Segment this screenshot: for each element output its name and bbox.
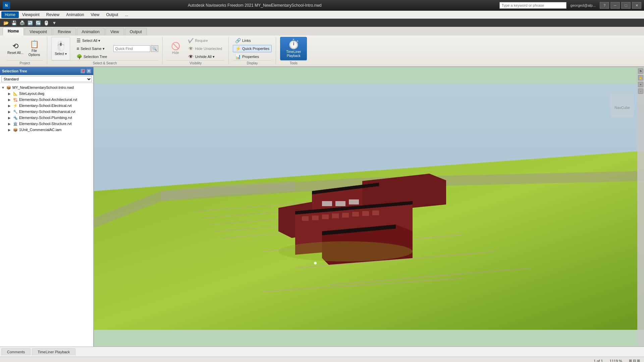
menu-more[interactable]: ... — [121, 11, 131, 18]
links-icon: 🔗 — [235, 38, 241, 43]
standard-dropdown[interactable]: Standard Compact Properties Sets — [1, 76, 92, 82]
title-search-input[interactable] — [499, 2, 567, 9]
qa-open[interactable]: 📂 — [3, 19, 9, 26]
comments-tab[interactable]: Comments — [1, 348, 31, 355]
quick-properties-icon: ⚡ — [235, 46, 241, 51]
tree-label-plumb: Elementary-School-Plumbing.rvt — [19, 116, 72, 120]
svg-point-32 — [278, 241, 413, 261]
quick-find-input[interactable] — [113, 45, 150, 52]
title-bar: N Autodesk Navisworks Freedom 2021 MY_Ne… — [0, 0, 644, 11]
select-same-label: Select Same ▾ — [80, 47, 104, 51]
hide-unselected-icon: 👁️ — [188, 46, 194, 51]
tree-label-arch: Elementary-School-Architectural.rvt — [19, 98, 77, 102]
timeliner-button[interactable]: ⏱️ TimeLiner Playback — [280, 37, 307, 60]
menu-output[interactable]: Output — [103, 11, 121, 18]
display-small-group: 🔗 Links ⚡ Quick Properties 📊 Properties — [233, 37, 272, 60]
ribbon-group-project: ⟲ Reset All... 📋 File Options Project — [3, 37, 47, 65]
quick-properties-button[interactable]: ⚡ Quick Properties — [233, 45, 272, 52]
tree-item-struct[interactable]: ▶ 🏛️ Elementary-School-Structure.rvt — [1, 121, 92, 127]
quick-access-toolbar: 📂 💾 🖨️ ↩️ ↪️ 🖱️ ▼ — [0, 19, 644, 27]
tree-item-mech[interactable]: ▶ 🔧 Elementary-School-Mechanical.rvt — [1, 109, 92, 115]
ribbon-content: ⟲ Reset All... 📋 File Options Project 🖱️… — [0, 36, 644, 66]
panel-close-button[interactable]: ✕ — [87, 69, 91, 73]
tree-toggle-struct[interactable]: ▶ — [8, 122, 13, 126]
links-button[interactable]: 🔗 Links — [233, 37, 272, 44]
qa-print[interactable]: 🖨️ — [19, 19, 25, 26]
ribbon-tab-output[interactable]: Output — [125, 28, 147, 36]
app-title: Autodesk Navisworks Freedom 2021 MY_NewE… — [188, 3, 322, 8]
title-bar-center: Autodesk Navisworks Freedom 2021 MY_NewE… — [10, 3, 499, 8]
quick-find-search-button[interactable]: 🔍 — [151, 45, 158, 52]
maximize-button[interactable]: □ — [621, 2, 631, 9]
tree-item-root[interactable]: ▼ 📦 MY_NewElementarySchool-Intro.nwd — [1, 84, 92, 90]
help-button[interactable]: ? — [600, 2, 609, 9]
tree-item-arch[interactable]: ▶ 🏗️ Elementary-School-Architectural.rvt — [1, 97, 92, 103]
qa-undo[interactable]: ↩️ — [27, 19, 34, 26]
select-button[interactable]: 🖱️ Select ▾ — [51, 37, 70, 60]
svg-rect-22 — [302, 216, 309, 221]
links-label: Links — [242, 39, 251, 43]
properties-button[interactable]: 📊 Properties — [233, 53, 272, 60]
app-logo: N — [3, 2, 10, 9]
ribbon-tab-viewpoint[interactable]: Viewpoint — [24, 28, 52, 36]
menu-view[interactable]: View — [88, 11, 103, 18]
ribbon-group-tools: ⏱️ TimeLiner Playback Tools — [276, 37, 311, 65]
menu-viewpoint[interactable]: Viewpoint — [19, 11, 43, 18]
tree-item-ac[interactable]: ▶ 📦 1Unit_CommercialAC.iam — [1, 127, 92, 133]
minimize-button[interactable]: ─ — [610, 2, 620, 9]
tree-icon-mech: 🔧 — [13, 109, 18, 114]
ribbon: Home Viewpoint Review Animation View Out… — [0, 27, 644, 67]
hide-label: Hide — [172, 51, 179, 55]
tree-toggle-site[interactable]: ▶ — [8, 92, 13, 96]
timeliner-playback-tab[interactable]: TimeLiner Playback — [32, 348, 75, 355]
ribbon-tab-view[interactable]: View — [105, 28, 124, 36]
ribbon-tab-home[interactable]: Home — [3, 27, 24, 36]
select-group-label: Select & Search — [51, 60, 158, 65]
panel-pin-button[interactable]: 📌 — [80, 69, 85, 73]
tree-toggle-ac[interactable]: ▶ — [8, 128, 13, 132]
tree-toggle-mech[interactable]: ▶ — [8, 110, 13, 114]
tree-item-elec[interactable]: ▶ ⚡ Elementary-School-Electrical.rvt — [1, 103, 92, 109]
scene-svg: NavCube — [94, 67, 644, 347]
menu-animation[interactable]: Animation — [63, 11, 87, 18]
selection-tree-button[interactable]: 🌳 Selection Tree — [74, 53, 109, 60]
orbit-tool-button[interactable]: ↻ — [638, 68, 643, 74]
svg-rect-29 — [372, 210, 379, 215]
zoom-in-button[interactable]: + — [638, 82, 643, 87]
tree-item-site[interactable]: ▶ 📐 SiteLayout.dwg — [1, 90, 92, 97]
select-same-button[interactable]: ≡ Select Same ▾ — [74, 45, 109, 52]
tree-toggle-plumb[interactable]: ▶ — [8, 116, 13, 120]
file-options-button[interactable]: 📋 File Options — [25, 38, 43, 59]
tree-toggle-arch[interactable]: ▶ — [8, 98, 13, 102]
reset-all-button[interactable]: ⟲ Reset All... — [7, 38, 24, 59]
svg-rect-27 — [352, 212, 359, 217]
ribbon-tab-animation[interactable]: Animation — [77, 28, 105, 36]
qa-redo[interactable]: ↪️ — [35, 19, 42, 26]
menu-home[interactable]: Home — [1, 11, 19, 18]
select-all-button[interactable]: ☰ Select All ▾ — [74, 37, 109, 44]
require-button[interactable]: ✔️ Require — [185, 37, 224, 44]
page-info: 1 of 1 — [594, 359, 603, 362]
hide-unselected-label: Hide Unselected — [195, 47, 222, 51]
view-controls: ⊞ ⊟ ⊞ — [629, 359, 640, 362]
qa-dropdown[interactable]: ▼ — [51, 19, 58, 26]
qa-save[interactable]: 💾 — [11, 19, 17, 26]
pan-tool-button[interactable]: ✋ — [638, 75, 643, 80]
qa-select[interactable]: 🖱️ — [43, 19, 50, 26]
hide-unselected-button[interactable]: 👁️ Hide Unselected — [185, 45, 224, 52]
panel-dropdown-area: Standard Compact Properties Sets — [0, 75, 93, 83]
user-label: georged@alp... — [571, 3, 596, 7]
ribbon-tab-review[interactable]: Review — [53, 28, 76, 36]
hide-button[interactable]: 🚫 Hide — [167, 38, 184, 59]
close-button[interactable]: ✕ — [632, 2, 641, 9]
menu-review[interactable]: Review — [43, 11, 63, 18]
project-group-label: Project — [7, 60, 43, 65]
tree-toggle-elec[interactable]: ▶ — [8, 104, 13, 108]
ribbon-group-display: 🔗 Links ⚡ Quick Properties 📊 Properties … — [229, 37, 276, 65]
tree-toggle-root[interactable]: ▼ — [1, 86, 6, 89]
unhide-all-button[interactable]: 👁️ Unhide All ▾ — [185, 53, 224, 60]
viewport[interactable]: NavCube ↻ ✋ + - — [94, 67, 644, 347]
tree-item-plumb[interactable]: ▶ 🔩 Elementary-School-Plumbing.rvt — [1, 115, 92, 121]
tree-label-ac: 1Unit_CommercialAC.iam — [19, 128, 62, 132]
zoom-out-button[interactable]: - — [638, 88, 643, 94]
